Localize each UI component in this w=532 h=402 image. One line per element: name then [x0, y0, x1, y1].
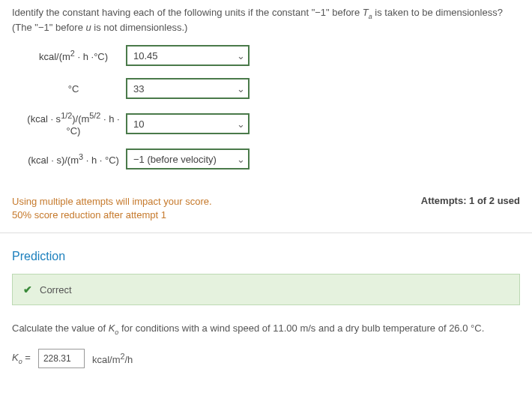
k-symbol: Ko — [109, 322, 119, 334]
correct-banner: ✔ Correct — [12, 274, 520, 305]
question-pre: Identify the constant having each of the… — [12, 7, 363, 18]
answer-input[interactable] — [38, 349, 85, 368]
attempts-area: Using multiple attempts will impact your… — [12, 195, 520, 222]
question-text: Identify the constant having each of the… — [12, 6, 520, 34]
section-heading: Prediction — [12, 250, 520, 263]
answer-symbol: Ko = — [12, 352, 31, 365]
unit-select[interactable]: 33 ⌄ — [126, 78, 250, 99]
divider — [0, 232, 532, 233]
select-value: −1 (before velocity) — [126, 148, 250, 170]
select-value: 10.45 — [126, 45, 250, 66]
unit-row: °C 33 ⌄ — [21, 78, 520, 99]
unit-label: kcal/(m2 · h ·°C) — [21, 49, 126, 62]
check-icon: ✔ — [23, 284, 32, 296]
u-symbol: u — [85, 22, 91, 33]
calc-text: Calculate the value of Ko for conditions… — [12, 322, 520, 337]
answer-line: Ko = kcal/m2/h — [12, 349, 520, 368]
unit-row: kcal/(m2 · h ·°C) 10.45 ⌄ — [21, 45, 520, 66]
unit-label: (kcal · s)/(m3 · h · °C) — [21, 152, 126, 166]
calc-end: for conditions with a wind speed of 11.0… — [118, 322, 484, 334]
select-value: 33 — [126, 78, 250, 99]
unit-rows: kcal/(m2 · h ·°C) 10.45 ⌄ °C 33 ⌄ (kcal … — [21, 45, 520, 169]
unit-label: (kcal · s1/2)/(m5/2 · h · °C) — [21, 111, 126, 136]
attempts-count: Attempts: 1 of 2 used — [421, 195, 520, 206]
unit-row: (kcal · s)/(m3 · h · °C) −1 (before velo… — [21, 148, 520, 170]
question-end: is not dimensionless.) — [91, 22, 188, 33]
unit-select[interactable]: 10 ⌄ — [126, 113, 250, 134]
answer-unit: kcal/m2/h — [92, 352, 133, 365]
unit-select[interactable]: 10.45 ⌄ — [126, 45, 250, 66]
correct-label: Correct — [40, 284, 72, 296]
select-value: 10 — [126, 113, 250, 134]
unit-select[interactable]: −1 (before velocity) ⌄ — [126, 148, 250, 170]
unit-label: °C — [21, 83, 126, 94]
impact-note: Using multiple attempts will impact your… — [12, 195, 212, 222]
t-symbol: Ta — [363, 7, 372, 18]
impact-line2: 50% score reduction after attempt 1 — [12, 208, 212, 222]
calc-pre: Calculate the value of — [12, 322, 109, 334]
unit-row: (kcal · s1/2)/(m5/2 · h · °C) 10 ⌄ — [21, 111, 520, 136]
impact-line1: Using multiple attempts will impact your… — [12, 195, 212, 208]
